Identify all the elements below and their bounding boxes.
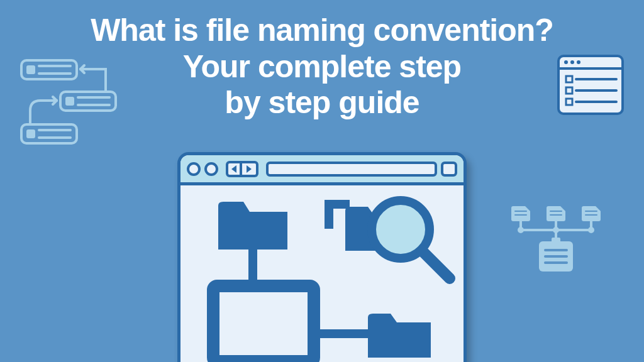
svg-point-17 <box>577 60 580 64</box>
svg-point-16 <box>570 60 574 64</box>
svg-rect-1 <box>26 65 35 74</box>
toolbar-button-icon <box>441 162 457 177</box>
browser-topbar <box>180 155 464 185</box>
nav-back-icon <box>226 161 242 177</box>
svg-point-38 <box>554 228 558 232</box>
nav-forward-icon <box>242 161 258 177</box>
svg-point-39 <box>589 228 593 232</box>
title-line-1: What is file naming convention? <box>0 13 644 49</box>
magnifier-icon <box>372 200 450 278</box>
svg-line-49 <box>422 251 450 278</box>
folder-icon <box>218 202 287 250</box>
svg-rect-45 <box>213 286 314 361</box>
svg-rect-24 <box>511 206 530 221</box>
checklist-window-icon <box>556 53 625 119</box>
svg-rect-27 <box>547 206 565 221</box>
window-dot-icon <box>187 162 201 176</box>
svg-rect-30 <box>582 206 601 221</box>
address-bar <box>266 162 437 177</box>
browser-body <box>180 185 464 362</box>
flow-cards-icon <box>18 57 131 153</box>
svg-rect-5 <box>65 97 74 106</box>
monitor-icon <box>213 286 314 361</box>
svg-point-15 <box>564 60 568 64</box>
nav-group <box>226 161 258 177</box>
browser-window <box>177 152 467 362</box>
svg-point-37 <box>519 228 523 232</box>
folder-icon <box>368 314 431 358</box>
svg-rect-9 <box>26 129 35 138</box>
svg-rect-44 <box>552 238 560 244</box>
window-dot-icon <box>204 162 218 176</box>
file-tree-icon <box>509 201 609 285</box>
